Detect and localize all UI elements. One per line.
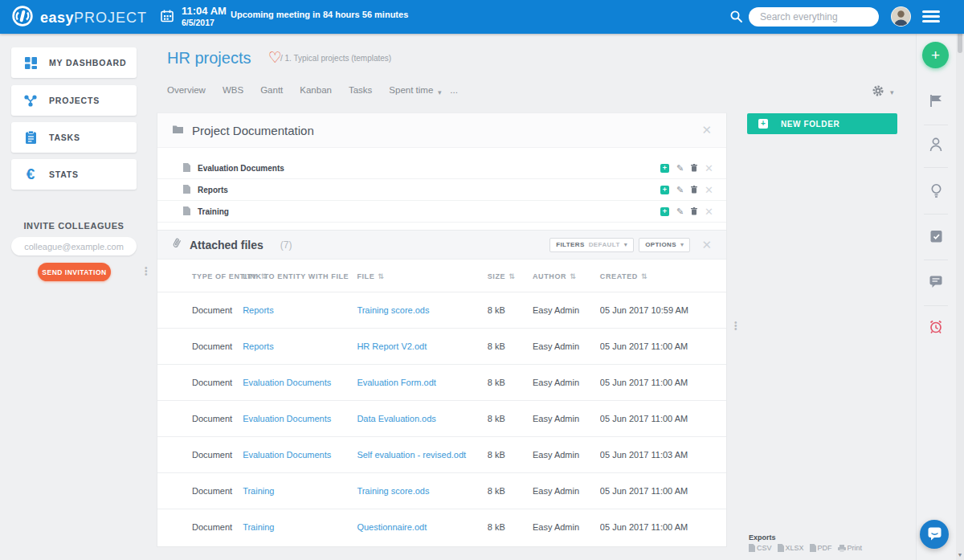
entity-type-cell: Document [157, 292, 243, 329]
exports-title: Exports [749, 533, 862, 542]
page-title[interactable]: HR projects [167, 49, 251, 67]
calendar-icon[interactable] [160, 9, 174, 27]
right-icon-rail: + 57 1 [916, 34, 956, 560]
folder-name[interactable]: Evaluation Documents [198, 164, 284, 173]
delete-trash-icon[interactable] [691, 182, 697, 197]
rail-messages-button[interactable] [917, 275, 955, 292]
column-header-created[interactable]: CREATED⇅ [600, 260, 726, 292]
document-icon [183, 161, 190, 175]
project-tab[interactable]: WBS [223, 85, 243, 95]
search-input[interactable] [749, 7, 879, 27]
entity-link[interactable]: Reports [243, 305, 274, 315]
entity-link[interactable]: Training [243, 486, 274, 496]
entity-type-cell: Document [157, 329, 243, 365]
file-link[interactable]: Data Evaluation.ods [357, 414, 435, 423]
easy-project-logo[interactable]: easyPROJECT [11, 5, 147, 31]
author-cell: Easy Admin [533, 509, 600, 546]
file-link[interactable]: Questionnaire.odt [357, 522, 427, 532]
folder-row[interactable]: Evaluation Documents + ✎ ✕ [157, 157, 726, 179]
entity-link[interactable]: Training [243, 522, 274, 532]
folder-name[interactable]: Reports [198, 186, 228, 194]
entity-link[interactable]: Reports [243, 341, 274, 351]
project-tab[interactable]: Overview [167, 85, 206, 95]
entity-link[interactable]: Evaluation Documents [243, 378, 331, 387]
panel-resize-grip[interactable]: ••• [734, 321, 737, 331]
file-link[interactable]: Training score.ods [357, 486, 429, 496]
sidebar-item-label: MY DASHBOARD [49, 58, 126, 67]
edit-pencil-icon[interactable]: ✎ [676, 206, 684, 217]
page-scrollbar[interactable]: ▲ ▼ [956, 0, 964, 560]
sidebar-item-projects[interactable]: PROJECTS [11, 85, 137, 116]
close-row-icon[interactable]: ✕ [705, 162, 713, 174]
edit-pencil-icon[interactable]: ✎ [676, 163, 684, 174]
attached-files-table: TYPE OF ENTITY⇅ LINK TO ENTITY WITH FILE… [157, 260, 726, 546]
edit-pencil-icon[interactable]: ✎ [676, 185, 684, 195]
breadcrumb[interactable]: / 1. Typical projects (templates) [280, 54, 391, 63]
column-header-entity[interactable]: LINK TO ENTITY WITH FILE [243, 260, 357, 292]
invite-email-field[interactable] [11, 237, 137, 255]
export-xlsx-link[interactable]: XLSX [778, 544, 804, 552]
column-header-size[interactable]: SIZE⇅ [488, 260, 533, 292]
sidebar-item-stats[interactable]: € STATS [11, 159, 137, 190]
created-cell: 05 Jun 2017 11:03 AM [600, 437, 726, 473]
entity-link[interactable]: Evaluation Documents [243, 450, 331, 460]
sidebar-item-tasks[interactable]: TASKS [11, 122, 137, 153]
menu-hamburger-icon[interactable] [922, 10, 940, 25]
project-tab[interactable]: ... [450, 85, 458, 95]
project-tab[interactable]: Tasks [349, 85, 372, 95]
quick-add-button[interactable]: + [922, 42, 949, 68]
scroll-down-icon[interactable]: ▼ [956, 552, 964, 558]
folder-row[interactable]: Reports + ✎ ✕ [157, 179, 726, 201]
project-tab[interactable]: Gantt [260, 85, 283, 95]
column-header-type[interactable]: TYPE OF ENTITY⇅ [157, 260, 243, 292]
add-document-icon[interactable]: + [660, 186, 669, 194]
folder-name[interactable]: Training [198, 207, 229, 216]
meeting-notice[interactable]: Upcoming meeting in 84 hours 56 minutes [231, 10, 408, 19]
user-avatar[interactable] [891, 6, 911, 27]
file-row: Document Evaluation Documents Evaluation… [157, 365, 726, 401]
add-document-icon[interactable]: + [660, 164, 669, 173]
close-row-icon[interactable]: ✕ [705, 184, 713, 196]
delete-trash-icon[interactable] [691, 204, 697, 219]
current-datetime[interactable]: 11:04 AM 6/5/2017 [182, 5, 227, 28]
size-cell: 8 kB [488, 473, 533, 509]
rail-approvals-button[interactable] [917, 229, 955, 247]
entity-link[interactable]: Evaluation Documents [243, 414, 331, 423]
new-folder-button[interactable]: + NEW FOLDER [747, 113, 897, 134]
author-cell: Easy Admin [533, 473, 600, 509]
send-invitation-button[interactable]: SEND INVITATION [38, 263, 111, 281]
rail-flags-button[interactable] [917, 94, 955, 111]
page-settings-control[interactable]: ▾ [872, 84, 894, 100]
column-header-file[interactable]: FILE⇅ [357, 260, 487, 292]
file-link[interactable]: Self evaluation - revised.odt [357, 450, 466, 460]
filters-dropdown[interactable]: FILTERS DEFAULT ▾ [549, 238, 634, 252]
close-attached-files-icon[interactable]: ✕ [701, 238, 712, 252]
author-cell: Easy Admin [533, 365, 600, 401]
options-dropdown[interactable]: OPTIONS ▾ [639, 238, 690, 252]
project-tab[interactable]: Spent time [389, 85, 433, 95]
rail-alarms-button[interactable] [917, 320, 955, 338]
column-header-author[interactable]: AUTHOR⇅ [533, 260, 600, 292]
folder-row[interactable]: Training + ✎ ✕ [157, 201, 726, 223]
export-pdf-link[interactable]: PDF [810, 544, 832, 552]
person-icon [929, 141, 943, 154]
export-print-link[interactable]: Print [838, 544, 863, 552]
delete-trash-icon[interactable] [691, 161, 697, 175]
sidebar-item-my-dashboard[interactable]: MY DASHBOARD [11, 47, 137, 78]
sidebar-resize-grip[interactable]: ••• [145, 267, 148, 276]
close-row-icon[interactable]: ✕ [705, 206, 713, 218]
rail-ideas-button[interactable] [917, 183, 955, 202]
file-link[interactable]: HR Report V2.odt [357, 341, 427, 351]
project-tab[interactable]: Kanban [300, 85, 332, 95]
search-icon[interactable] [729, 10, 743, 27]
file-link[interactable]: Evaluation Form.odt [357, 378, 435, 387]
chevron-down-icon: ▾ [624, 241, 627, 248]
file-link[interactable]: Training score.ods [357, 305, 429, 315]
tabs-more-caret-icon[interactable]: ▾ [438, 88, 442, 96]
close-documentation-icon[interactable]: ✕ [701, 123, 712, 137]
export-csv-link[interactable]: CSV [749, 544, 772, 552]
add-document-icon[interactable]: + [660, 207, 669, 216]
author-cell: Easy Admin [533, 329, 600, 365]
support-chat-button[interactable] [920, 520, 949, 549]
rail-users-button[interactable] [917, 137, 955, 155]
